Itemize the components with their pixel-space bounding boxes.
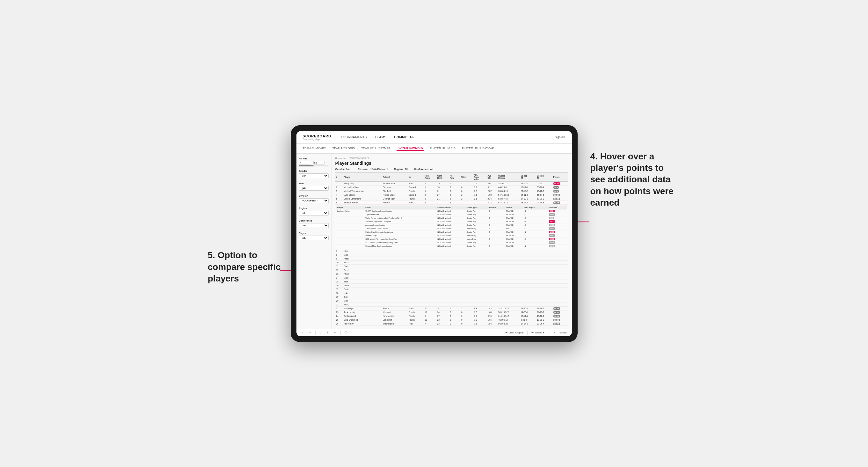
table-row[interactable]: 22 Ian Gilligan Florida Third 10 24 1 1 …	[335, 306, 568, 310]
event-row[interactable]: The Cypress Point Classic NCAA Division …	[336, 227, 567, 230]
cell-points[interactable]	[552, 272, 568, 276]
table-row[interactable]: 13 Phich	[335, 272, 568, 276]
division-select[interactable]: NCAA Division I	[299, 198, 329, 203]
cell-points[interactable]: 38.49	[552, 322, 568, 325]
table-row[interactable]: 10 Jacob	[335, 260, 568, 264]
year-select[interactable]: (All)	[299, 186, 329, 191]
no-rds-slider[interactable]	[299, 165, 329, 166]
event-row[interactable]: SEC Stroke Play hosted by Jerry Pate NCA…	[336, 241, 567, 244]
table-row[interactable]: 16 Alex C	[335, 283, 568, 287]
tab-team-h2h-heatmap[interactable]: TEAM H2H HEATMAP	[361, 147, 390, 151]
w-points-badge[interactable]: 56.38	[549, 241, 555, 244]
cell-points[interactable]: 39.95	[552, 318, 568, 322]
event-row[interactable]: Tiger Invitational NCAA Division I Strok…	[336, 213, 567, 216]
w-points-badge[interactable]: 16.50	[549, 231, 555, 234]
event-row[interactable]: Wake Forest Invitational at Pinehurst No…	[336, 216, 567, 220]
cell-points[interactable]: 70.2	[552, 189, 568, 193]
w-points-badge[interactable]: 23.38	[549, 238, 555, 240]
evt-cell-w-points[interactable]: 46.7	[548, 216, 567, 220]
evt-cell-w-points[interactable]: 56.38	[548, 241, 567, 244]
event-row[interactable]: Amer An Intercollegiate NCAA Division I …	[336, 223, 567, 227]
event-row[interactable]: Jackson Kohon UNCW Seahawk Intercollegia…	[336, 209, 567, 213]
back-button[interactable]: ←	[300, 331, 305, 335]
evt-cell-w-points[interactable]: 23.38	[548, 237, 567, 241]
no-rds-max-input[interactable]	[313, 161, 324, 164]
cell-points[interactable]: 60.89	[552, 197, 568, 200]
player-select[interactable]: (All)	[299, 236, 329, 240]
event-row[interactable]: Fallen Oak Collegiate Invitational NCAA …	[336, 230, 567, 234]
w-points-badge[interactable]: 24.11	[549, 227, 555, 230]
w-points-badge[interactable]: 53.60	[549, 213, 555, 216]
evt-cell-w-points[interactable]: 73.33	[548, 220, 567, 223]
evt-cell-w-points[interactable]: 24.11	[548, 227, 567, 230]
table-row[interactable]: 18 Luke I	[335, 291, 568, 295]
tab-team-summary[interactable]: TEAM SUMMARY	[303, 147, 326, 151]
tab-player-h2h-heatmap[interactable]: PLAYER H2H HEATMAP	[462, 147, 494, 151]
conference-select[interactable]: (All)	[299, 223, 329, 228]
forward-button[interactable]: →	[308, 331, 313, 335]
event-row[interactable]: Mirabei Maui Jim Intercollegiate NCAA Di…	[336, 244, 567, 248]
event-row[interactable]: SEC Match Play hosted by Jerry Pate NCAA…	[336, 237, 567, 241]
table-row[interactable]: 6 Jackson Kohon Auburn First 2 27 2 2 -2…	[335, 200, 568, 204]
evt-cell-w-points[interactable]: 53.60	[548, 213, 567, 216]
view-original-button[interactable]: 👁 View: Original	[504, 331, 525, 335]
cell-points[interactable]: 68.34	[552, 193, 568, 197]
w-points-badge[interactable]: 30.47	[549, 234, 555, 237]
table-row[interactable]: 23 Jack Lundin Missouri Fourth 11 24 0 0…	[335, 310, 568, 314]
table-row[interactable]: 7 Nick	[335, 249, 568, 253]
evt-cell-w-points[interactable]: 16.50	[548, 230, 567, 234]
tab-player-h2h-grid[interactable]: PLAYER H2H GRID	[430, 147, 456, 151]
more-button[interactable]: ⋯	[333, 331, 338, 335]
cell-points[interactable]: 58.18	[552, 200, 568, 204]
w-points-badge[interactable]: 57.57	[549, 224, 555, 226]
table-row[interactable]: 20 Mattl	[335, 299, 568, 303]
nav-teams[interactable]: TEAMS	[375, 135, 387, 139]
cell-points[interactable]: 40.02	[552, 314, 568, 318]
table-row[interactable]: 26 Petr Hruby Washington Fifth 7 23 0 0 …	[335, 322, 568, 325]
event-row[interactable]: Southern Highlands Collegiate NCAA Divis…	[336, 220, 567, 223]
cell-points[interactable]	[552, 299, 568, 303]
table-row[interactable]: 8 Mats	[335, 253, 568, 257]
refresh-button[interactable]: ↻	[318, 331, 323, 335]
share-icon-btn[interactable]: ↗	[552, 331, 556, 335]
share-button[interactable]: Share	[559, 331, 568, 335]
cell-points[interactable]	[552, 295, 568, 299]
table-row[interactable]: 1 Wenyi Ding Arizona State First 1 15 1 …	[335, 181, 568, 185]
cell-points[interactable]	[552, 303, 568, 306]
table-row[interactable]: 2 Michael La Sasso Ole Miss Second 1 18 …	[335, 185, 568, 189]
evt-cell-w-points[interactable]: 30.47	[548, 234, 567, 237]
table-row[interactable]: 21 Tech,	[335, 303, 568, 306]
table-row[interactable]: 11 Gorik	[335, 264, 568, 268]
cell-points[interactable]	[552, 264, 568, 268]
w-points-badge[interactable]: 66.40	[549, 245, 555, 247]
table-row[interactable]: 14 Mare	[335, 276, 568, 280]
evt-cell-w-points[interactable]: 43.64	[548, 209, 567, 213]
cell-points[interactable]: 98.2+	[552, 181, 568, 185]
table-row[interactable]: 5 Christo Lamprecht Georgia Tech Fourth …	[335, 197, 568, 200]
cell-points[interactable]	[552, 260, 568, 264]
table-row[interactable]: 3 Michael Thorbjornsen Stanford Fourth 1…	[335, 189, 568, 193]
event-row[interactable]: Williams Cup NCAA Division I Match Play …	[336, 234, 567, 237]
table-row[interactable]: 19 Tiger	[335, 295, 568, 299]
cell-points[interactable]	[552, 283, 568, 287]
cell-points[interactable]: 40.58	[552, 306, 568, 310]
cell-points[interactable]	[552, 257, 568, 260]
nav-committee[interactable]: COMMITTEE	[394, 135, 415, 139]
w-points-badge[interactable]: 43.64	[549, 210, 555, 212]
no-rds-min-input[interactable]	[299, 161, 310, 164]
download-button[interactable]: ⬇	[326, 331, 330, 335]
evt-cell-w-points[interactable]: 57.57	[548, 223, 567, 227]
gender-select[interactable]: Men	[299, 174, 329, 178]
cell-points[interactable]	[552, 253, 568, 257]
table-row[interactable]: 15 Jake I	[335, 280, 568, 283]
cell-points[interactable]: 76.2	[552, 185, 568, 189]
tab-team-h2h-grid[interactable]: TEAM H2H GRID	[333, 147, 355, 151]
w-points-badge[interactable]: 46.7	[549, 217, 554, 219]
table-row[interactable]: 25 Cole Sherwood Vanderbilt Fourth 12 23…	[335, 318, 568, 322]
tab-player-summary[interactable]: PLAYER SUMMARY	[397, 146, 423, 151]
table-row[interactable]: 12 Breni	[335, 268, 568, 272]
evt-cell-w-points[interactable]: 66.40	[548, 244, 567, 248]
table-row[interactable]: 9 Prest	[335, 257, 568, 260]
clock-button[interactable]: ◯	[343, 331, 349, 335]
cell-points[interactable]	[552, 249, 568, 253]
